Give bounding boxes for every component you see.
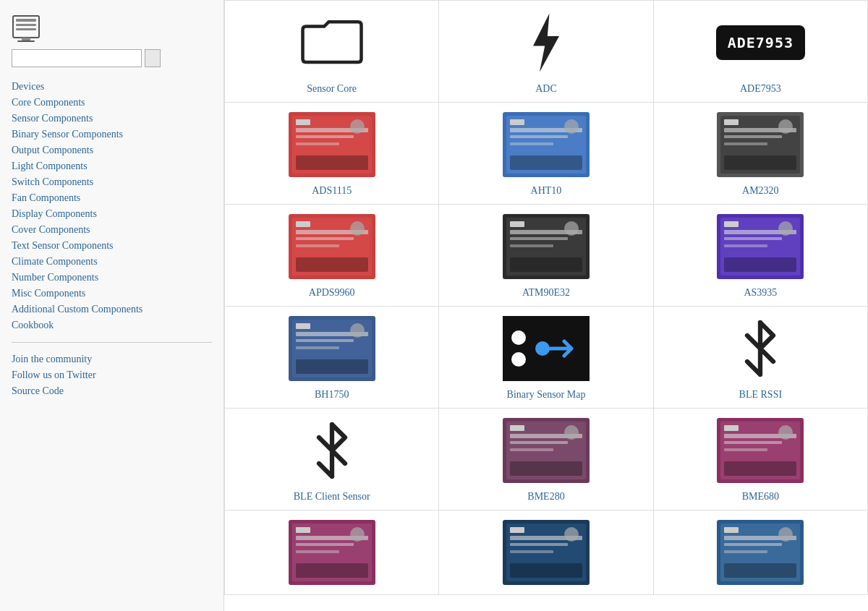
sidebar-item-output-components[interactable]: Output Components [12, 142, 212, 158]
svg-rect-103 [724, 543, 782, 546]
svg-rect-104 [724, 550, 767, 553]
svg-rect-27 [724, 135, 782, 138]
svg-rect-9 [296, 119, 310, 125]
cell-label[interactable]: APDS9960 [231, 283, 433, 300]
sidebar-item-fan-components[interactable]: Fan Components [12, 190, 212, 206]
grid-cell-1-1: AHT10 [439, 103, 653, 205]
cell-label[interactable]: BH1750 [231, 385, 433, 402]
svg-rect-62 [296, 359, 368, 374]
footer-link-join-community[interactable]: Join the community [12, 351, 212, 367]
grid-cell-4-0: BLE Client Sensor [225, 409, 439, 510]
svg-rect-59 [296, 339, 354, 342]
svg-point-61 [350, 323, 365, 338]
cell-image [445, 516, 647, 589]
grid-cell-2-1: ATM90E32 [439, 205, 653, 307]
search-input[interactable] [12, 49, 142, 67]
sidebar-item-binary-sensor-components[interactable]: Binary Sensor Components [12, 127, 212, 142]
svg-rect-74 [510, 461, 582, 476]
sidebar-item-cookbook[interactable]: Cookbook [12, 317, 212, 333]
svg-rect-2 [16, 24, 36, 26]
svg-rect-88 [296, 550, 339, 553]
svg-rect-90 [296, 563, 368, 578]
svg-rect-79 [724, 441, 782, 444]
sidebar-item-text-sensor-components[interactable]: Text Sensor Components [12, 238, 212, 254]
grid-row-2: APDS9960 ATM90E32 AS3935 [225, 205, 868, 307]
svg-point-45 [564, 221, 579, 236]
svg-point-66 [535, 341, 550, 356]
grid-cell-3-0: BH1750 [225, 307, 439, 409]
svg-rect-43 [510, 237, 568, 240]
cell-label[interactable]: Sensor Core [231, 79, 433, 96]
grid-cell-0-2: ADE7953 ADE7953 [653, 1, 867, 103]
sidebar-item-cover-components[interactable]: Cover Components [12, 222, 212, 238]
grid-cell-0-1: ADC [439, 1, 653, 103]
search-button[interactable] [145, 49, 161, 67]
grid-row-4: BLE Client Sensor BME280 BME680 [225, 409, 868, 510]
svg-rect-1 [16, 19, 36, 22]
grid-cell-4-1: BME280 [439, 409, 653, 510]
sidebar-item-light-components[interactable]: Light Components [12, 158, 212, 174]
cell-label[interactable]: ATM90E32 [445, 283, 647, 300]
cell-label[interactable]: AHT10 [445, 181, 647, 198]
svg-rect-93 [510, 527, 524, 533]
cell-label[interactable]: ADC [445, 79, 647, 96]
svg-rect-80 [724, 448, 767, 451]
svg-rect-101 [724, 527, 739, 533]
cell-label[interactable]: BLE Client Sensor [231, 487, 433, 504]
svg-point-13 [350, 119, 365, 134]
footer-link-source-code[interactable]: Source Code [12, 383, 212, 399]
cell-label[interactable]: BME280 [445, 487, 647, 504]
sidebar-item-number-components[interactable]: Number Components [12, 270, 212, 286]
svg-rect-44 [510, 244, 553, 247]
svg-point-73 [564, 425, 579, 440]
svg-rect-41 [510, 221, 524, 227]
svg-rect-106 [724, 563, 796, 578]
cell-image-bolt [445, 7, 647, 79]
grid-cell-4-2: BME680 [653, 409, 867, 510]
svg-rect-54 [724, 257, 796, 272]
svg-point-97 [564, 527, 579, 542]
cell-label[interactable]: BLE RSSI [660, 385, 861, 402]
svg-rect-33 [296, 221, 310, 227]
grid-row-0: Sensor Core ADC ADE7953 ADE7953 [225, 1, 868, 103]
cell-label[interactable]: AS3935 [660, 283, 861, 300]
cell-label[interactable]: ADS1115 [231, 181, 433, 198]
sidebar-item-climate-components[interactable]: Climate Components [12, 254, 212, 270]
svg-rect-77 [724, 425, 739, 431]
sidebar-item-core-components[interactable]: Core Components [12, 95, 212, 111]
cell-label[interactable]: AM2320 [660, 181, 861, 198]
grid-cell-5-1 [439, 510, 653, 595]
grid-cell-5-0 [225, 510, 439, 595]
sidebar-item-misc-components[interactable]: Misc Components [12, 286, 212, 302]
cell-image [660, 516, 861, 589]
cell-label[interactable]: ADE7953 [660, 79, 861, 96]
svg-rect-82 [724, 461, 796, 476]
svg-rect-11 [296, 135, 354, 138]
svg-rect-96 [510, 550, 553, 553]
sidebar-item-additional-custom-components[interactable]: Additional Custom Components [12, 302, 212, 317]
sidebar-item-sensor-components[interactable]: Sensor Components [12, 111, 212, 127]
svg-rect-17 [510, 119, 524, 125]
svg-point-105 [778, 527, 793, 542]
svg-rect-35 [296, 237, 354, 240]
svg-point-53 [778, 221, 793, 236]
svg-rect-19 [510, 135, 568, 138]
cell-label[interactable]: BME680 [660, 487, 861, 504]
footer-link-follow-twitter[interactable]: Follow us on Twitter [12, 367, 212, 383]
svg-rect-3 [16, 28, 36, 30]
cell-image [231, 312, 433, 385]
sidebar-item-switch-components[interactable]: Switch Components [12, 174, 212, 190]
cell-image [445, 210, 647, 283]
cell-image [660, 414, 861, 487]
svg-rect-38 [296, 257, 368, 272]
svg-rect-85 [296, 527, 310, 533]
cell-image [231, 108, 433, 181]
svg-rect-95 [510, 543, 568, 546]
grid-row-1: ADS1115 AHT10 AM2320 [225, 103, 868, 205]
cell-label[interactable]: Binary Sensor Map [445, 385, 647, 402]
sidebar-item-devices[interactable]: Devices [12, 79, 212, 95]
sidebar-item-display-components[interactable]: Display Components [12, 206, 212, 222]
svg-rect-14 [296, 155, 368, 170]
svg-rect-46 [510, 257, 582, 272]
cell-image [445, 108, 647, 181]
